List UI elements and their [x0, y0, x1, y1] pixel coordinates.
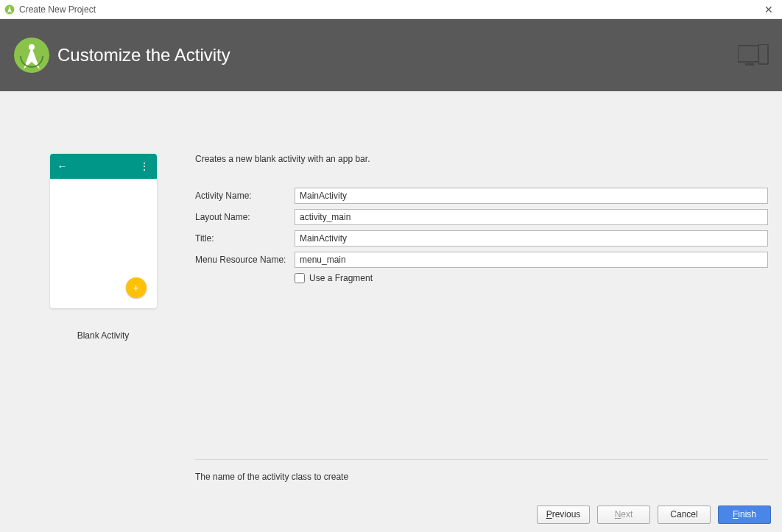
use-fragment-label: Use a Fragment — [309, 273, 373, 283]
close-icon[interactable]: ✕ — [760, 4, 778, 15]
content: ← ⋮ + Blank Activity Creates a new blank… — [0, 91, 782, 497]
overflow-menu-icon: ⋮ — [139, 161, 149, 171]
back-arrow-icon: ← — [57, 160, 68, 172]
android-studio-logo-icon — [13, 37, 50, 74]
activity-name-label: Activity Name: — [195, 191, 295, 201]
help-text: The name of the activity class to create — [195, 472, 768, 482]
layout-name-label: Layout Name: — [195, 212, 295, 222]
svg-rect-5 — [758, 44, 768, 64]
activity-name-input[interactable] — [295, 188, 768, 204]
preview-appbar: ← ⋮ — [50, 154, 157, 179]
banner-left: Customize the Activity — [13, 37, 230, 74]
fab-icon: + — [126, 277, 147, 298]
previous-button[interactable]: Previous — [537, 506, 590, 524]
row-layout-name: Layout Name: — [195, 209, 768, 225]
finish-button[interactable]: Finish — [718, 506, 771, 524]
row-menu-resource: Menu Resource Name: — [195, 252, 768, 268]
title-input[interactable] — [295, 230, 768, 247]
menu-resource-label: Menu Resource Name: — [195, 255, 295, 265]
menu-resource-input[interactable] — [295, 252, 768, 268]
row-use-fragment: Use a Fragment — [295, 273, 768, 283]
layout-name-input[interactable] — [295, 209, 768, 225]
title-label: Title: — [195, 233, 295, 244]
app-icon — [4, 4, 15, 15]
use-fragment-checkbox[interactable] — [295, 273, 305, 283]
svg-rect-4 — [745, 63, 754, 65]
window-title: Create New Project — [19, 4, 760, 15]
title-bar: Create New Project ✕ — [0, 0, 782, 19]
phone-preview: ← ⋮ + — [50, 154, 157, 308]
form-column: Creates a new blank activity with an app… — [195, 113, 771, 497]
preview-column: ← ⋮ + Blank Activity — [11, 113, 195, 497]
banner: Customize the Activity — [0, 19, 782, 91]
row-activity-name: Activity Name: — [195, 188, 768, 204]
next-button: Next — [597, 506, 650, 524]
preview-label: Blank Activity — [77, 330, 130, 341]
row-title: Title: — [195, 230, 768, 247]
form-description: Creates a new blank activity with an app… — [195, 154, 768, 164]
footer: Previous Next Cancel Finish — [0, 497, 782, 532]
device-icon — [738, 44, 769, 66]
help-block: The name of the activity class to create — [195, 459, 768, 482]
cancel-button[interactable]: Cancel — [658, 506, 711, 524]
banner-heading: Customize the Activity — [57, 45, 230, 65]
separator — [195, 459, 768, 460]
